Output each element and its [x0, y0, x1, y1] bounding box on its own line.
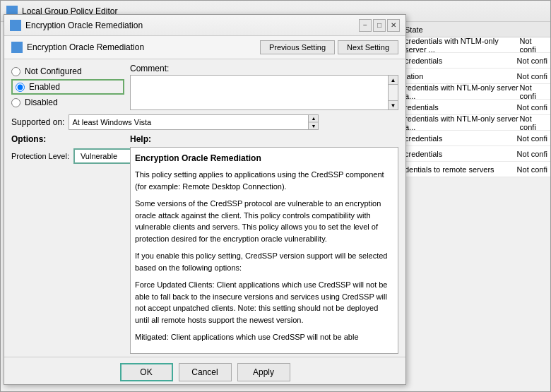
protection-level-row: Protection Level: Vulnerable Mitigated F… [11, 148, 124, 164]
dialog-titlebar: Encryption Oracle Remediation − □ ✕ [4, 15, 405, 36]
help-para-1: This policy setting applies to applicati… [135, 169, 393, 192]
dialog-title-controls[interactable]: − □ ✕ [359, 19, 400, 32]
help-title: Help: [130, 134, 398, 144]
dialog-title-left: Encryption Oracle Remediation [10, 20, 143, 31]
list-item: redentials with NTLM-only server a...Not… [402, 84, 550, 100]
disabled-radio-input[interactable] [11, 98, 20, 107]
subheader-icon [11, 42, 23, 53]
bg-table-header: State [402, 22, 550, 37]
list-item: credentialsNot confi [402, 131, 550, 146]
comment-scrollbar: ▲ ▼ [389, 75, 398, 110]
previous-setting-button[interactable]: Previous Setting [260, 40, 335, 54]
radio-section: Not Configured Enabled Disabled [11, 64, 124, 110]
supported-scroll-up[interactable]: ▲ [309, 115, 318, 122]
maximize-button[interactable]: □ [373, 19, 386, 32]
enabled-radio-input[interactable] [16, 83, 25, 92]
two-col-section: Options: Protection Level: Vulnerable Mi… [11, 134, 398, 354]
enabled-label: Enabled [29, 82, 60, 92]
dialog-subheader: Encryption Oracle Remediation Previous S… [4, 36, 405, 59]
help-heading: Encryption Oracle Remediation [135, 152, 393, 165]
enabled-radio[interactable]: Enabled [11, 79, 124, 95]
protection-level-label: Protection Level: [11, 152, 69, 160]
bg-table-rows: credentials with NTLM-only server ...Not… [402, 37, 550, 177]
not-configured-label: Not Configured [25, 66, 82, 76]
next-setting-button[interactable]: Next Setting [338, 40, 398, 54]
scrollbar-track [389, 85, 398, 100]
minimize-button[interactable]: − [359, 19, 372, 32]
disabled-label: Disabled [25, 97, 58, 107]
supported-label: Supported on: [11, 117, 64, 127]
list-item: credentialsNot confi [402, 146, 550, 162]
dialog-title: Encryption Oracle Remediation [25, 20, 143, 30]
comment-label: Comment: [130, 64, 398, 73]
main-dialog: Encryption Oracle Remediation − □ ✕ Encr… [4, 14, 406, 385]
supported-section: Supported on: ▲ ▼ [11, 114, 398, 130]
supported-scrollbar: ▲ ▼ [309, 114, 319, 130]
options-section: Options: Protection Level: Vulnerable Mi… [11, 134, 124, 354]
comment-section: Comment: ▲ ▼ [130, 64, 398, 110]
disabled-radio[interactable]: Disabled [11, 97, 124, 107]
list-item: redentials with NTLM-only server a...Not… [402, 115, 550, 131]
scrollbar-up-arrow[interactable]: ▲ [389, 76, 398, 85]
help-section: Help: Encryption Oracle Remediation This… [130, 134, 398, 354]
state-column-header: State [405, 25, 423, 34]
help-para-5: Mitigated: Client applications which use… [135, 331, 393, 343]
help-para-4: Force Updated Clients: Client applicatio… [135, 279, 393, 326]
list-item: iationNot confi [402, 69, 550, 84]
ok-button[interactable]: OK [120, 363, 173, 381]
scrollbar-down-arrow[interactable]: ▼ [389, 100, 398, 109]
comment-area-wrapper: ▲ ▼ [130, 75, 398, 110]
close-button[interactable]: ✕ [387, 19, 400, 32]
subheader-buttons[interactable]: Previous Setting Next Setting [260, 40, 398, 54]
help-text-container[interactable]: Encryption Oracle Remediation This polic… [130, 147, 398, 354]
not-configured-radio-input[interactable] [11, 67, 20, 76]
list-item: credentials with NTLM-only server ...Not… [402, 37, 550, 53]
list-item: redentialsNot confi [402, 100, 550, 115]
dialog-icon [10, 20, 21, 31]
help-text: Encryption Oracle Remediation This polic… [135, 152, 393, 343]
dialog-body: Not Configured Enabled Disabled Comment: [4, 59, 405, 354]
top-section: Not Configured Enabled Disabled Comment: [11, 64, 398, 110]
not-configured-radio[interactable]: Not Configured [11, 66, 124, 76]
supported-scroll-down[interactable]: ▼ [309, 122, 318, 129]
supported-input [69, 114, 309, 130]
help-para-3: If you enable this policy setting, CredS… [135, 250, 393, 273]
subheader-title: Encryption Oracle Remediation [27, 42, 144, 52]
subheader-left: Encryption Oracle Remediation [11, 42, 144, 53]
comment-textarea[interactable] [130, 75, 389, 110]
list-item: credentialsNot confi [402, 53, 550, 69]
apply-button[interactable]: Apply [237, 363, 290, 381]
dialog-footer: OK Cancel Apply [4, 357, 405, 387]
options-title: Options: [11, 134, 124, 144]
cancel-button[interactable]: Cancel [179, 363, 232, 381]
list-item: dentials to remote serversNot confi [402, 162, 550, 177]
help-para-2: Some versions of the CredSSP protocol ar… [135, 198, 393, 244]
supported-wrapper: ▲ ▼ [69, 114, 337, 130]
bg-table-header-row: State [402, 22, 550, 37]
